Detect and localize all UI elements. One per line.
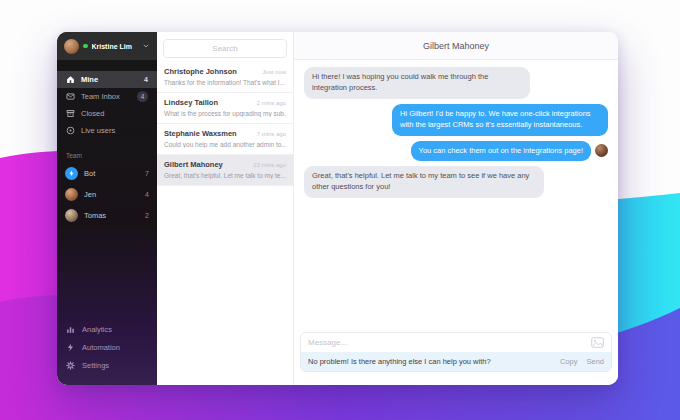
conversation-item[interactable]: Lindsey Taillon 2 mins ago What is the p… (157, 93, 293, 124)
message-input[interactable] (308, 338, 591, 347)
team-item-label: Jen (84, 190, 96, 199)
conversation-preview: Great, that's helpful. Let me talk to my… (164, 172, 286, 179)
team-item-bot[interactable]: Bot 7 (57, 163, 157, 184)
agent-avatar (595, 144, 608, 157)
live-users-icon (66, 126, 75, 135)
user-name: Kristine Lim (92, 43, 139, 50)
agent-message-bubble: Hi Gilbert! I'd be happy to. We have one… (392, 104, 608, 136)
conversation-preview: What is the process for upgrading my sub… (164, 110, 286, 117)
conversation-name: Christophe Johnson (164, 67, 259, 76)
sidebar-nav: Mine 4 Team Inbox 4 Closed Live (57, 71, 157, 139)
visitor-message-bubble: Great, that's helpful. Let me talk to my… (304, 166, 544, 198)
sidebar-item-live-users[interactable]: Live users (57, 122, 157, 139)
conversation-time: 2 mins ago (257, 100, 286, 106)
conversation-item-selected[interactable]: Gilbert Mahoney 22 mins ago Great, that'… (157, 155, 293, 186)
team-item-jen[interactable]: Jen 4 (57, 184, 157, 205)
conversation-preview: Could you help me add another admin to..… (164, 141, 286, 148)
closed-archive-icon (66, 109, 75, 118)
sidebar-item-closed[interactable]: Closed (57, 105, 157, 122)
conversation-name: Lindsey Taillon (164, 98, 254, 107)
conversation-list: Christophe Johnson Just now Thanks for t… (157, 32, 294, 385)
message-thread: Hi there! I was hoping you could walk me… (294, 60, 618, 332)
conversation-time: Just now (262, 69, 286, 75)
sidebar-item-label: Closed (81, 109, 104, 118)
automation-icon (66, 343, 75, 352)
bot-lightning-avatar (65, 167, 78, 180)
send-button[interactable]: Send (586, 357, 604, 366)
sidebar-item-automation[interactable]: Automation (57, 338, 157, 356)
team-section-label: Team (66, 152, 148, 159)
online-status-dot (83, 44, 88, 49)
chat-panel: Gilbert Mahoney Hi there! I was hoping y… (294, 32, 618, 385)
conversation-name: Gilbert Mahoney (164, 160, 250, 169)
message-row: Hi there! I was hoping you could walk me… (304, 67, 608, 99)
message-row: Hi Gilbert! I'd be happy to. We have one… (304, 104, 608, 136)
message-row: You can check them out on the integratio… (304, 141, 608, 162)
bot-count: 7 (145, 170, 149, 177)
home-icon (66, 75, 75, 84)
suggested-reply-bar: No problem! Is there anything else I can… (301, 352, 611, 371)
sidebar-item-label: Automation (82, 343, 120, 352)
sidebar-item-label: Live users (81, 126, 115, 135)
conversation-item[interactable]: Christophe Johnson Just now Thanks for t… (157, 62, 293, 93)
conversation-name: Stephanie Waxsmen (164, 129, 254, 138)
sidebar-item-mine[interactable]: Mine 4 (57, 71, 157, 88)
sidebar-item-label: Mine (81, 75, 98, 84)
sidebar-item-settings[interactable]: Settings (57, 356, 157, 374)
image-attach-icon[interactable] (591, 337, 604, 348)
sidebar: Kristine Lim Mine 4 Team Inbox 4 (57, 32, 157, 385)
visitor-message-bubble: Hi there! I was hoping you could walk me… (304, 67, 530, 99)
search-wrap (157, 32, 293, 62)
tomas-count: 2 (145, 212, 149, 219)
mine-count: 4 (144, 76, 148, 83)
sidebar-item-label: Analytics (82, 325, 112, 334)
agent-message-bubble: You can check them out on the integratio… (411, 141, 591, 162)
sidebar-item-label: Team Inbox (81, 92, 120, 101)
sidebar-footer: Analytics Automation Settings (57, 320, 157, 385)
conversation-time: 7 mins ago (257, 131, 286, 137)
suggested-reply-text: No problem! Is there anything else I can… (308, 357, 551, 366)
team-item-label: Bot (84, 169, 95, 178)
sidebar-item-label: Settings (82, 361, 109, 370)
chat-title: Gilbert Mahoney (423, 41, 489, 51)
message-row: Great, that's helpful. Let me talk to my… (304, 166, 608, 198)
sidebar-item-analytics[interactable]: Analytics (57, 320, 157, 338)
jen-avatar (65, 188, 78, 201)
team-list: Bot 7 Jen 4 Tomas 2 (57, 163, 157, 226)
team-item-label: Tomas (84, 211, 106, 220)
inbox-icon (66, 92, 75, 101)
app-window: Kristine Lim Mine 4 Team Inbox 4 (57, 32, 618, 385)
team-item-tomas[interactable]: Tomas 2 (57, 205, 157, 226)
user-avatar (64, 39, 79, 54)
conversation-time: 22 mins ago (253, 162, 286, 168)
conversation-preview: Thanks for the information! That's what … (164, 79, 286, 86)
team-inbox-count: 4 (137, 91, 148, 102)
composer: No problem! Is there anything else I can… (300, 332, 612, 372)
conversation-item[interactable]: Stephanie Waxsmen 7 mins ago Could you h… (157, 124, 293, 155)
composer-input-row (301, 333, 611, 352)
sidebar-item-team-inbox[interactable]: Team Inbox 4 (57, 88, 157, 105)
copy-button[interactable]: Copy (560, 357, 578, 366)
settings-icon (66, 361, 75, 370)
tomas-avatar (65, 209, 78, 222)
chat-header: Gilbert Mahoney (294, 32, 618, 60)
search-input[interactable] (163, 39, 287, 58)
jen-count: 4 (145, 191, 149, 198)
analytics-icon (66, 325, 75, 334)
chevron-down-icon[interactable] (142, 42, 150, 50)
user-menu[interactable]: Kristine Lim (57, 32, 157, 60)
